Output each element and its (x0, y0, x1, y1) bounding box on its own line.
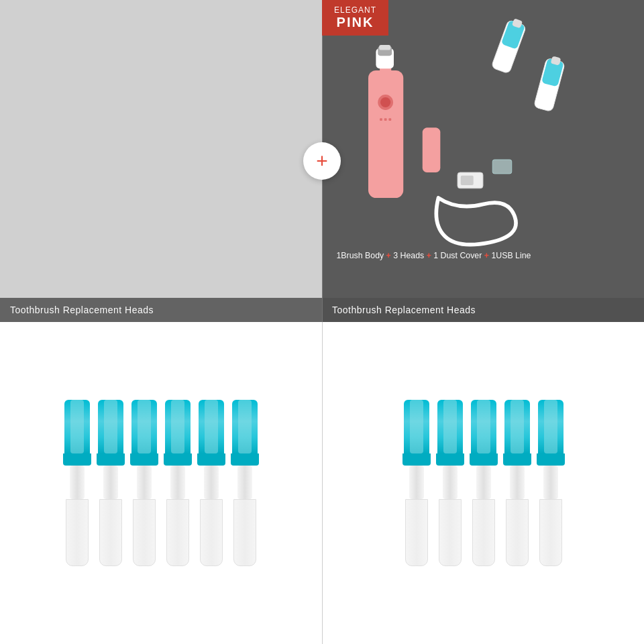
brush-body-lower (506, 499, 529, 566)
list-item (164, 400, 192, 566)
elegant-pink-badge: ELEGANT PINK (322, 0, 388, 36)
brush-neck (103, 466, 118, 499)
brush-neck (170, 466, 185, 499)
brush-neck (443, 466, 458, 499)
brush-neck (409, 466, 424, 499)
top-right-panel: ELEGANT PINK (322, 0, 644, 322)
top-left-panel (0, 0, 322, 322)
bristle-area (471, 400, 496, 453)
bristle-area (64, 400, 90, 453)
brush-neck (70, 466, 85, 499)
brush-neck (476, 466, 491, 499)
bottom-right-heads (322, 322, 644, 644)
svg-rect-4 (384, 118, 387, 121)
svg-rect-5 (388, 118, 391, 121)
list-item (436, 400, 464, 566)
brush-body-lower (233, 499, 256, 566)
bristle-area (165, 400, 191, 453)
bristle-area (98, 400, 123, 453)
bristle-area (437, 400, 463, 453)
list-item (503, 400, 531, 566)
bristle-cap (537, 453, 565, 466)
bristle-cap (503, 453, 531, 466)
list-item (97, 400, 125, 566)
list-item (197, 400, 225, 566)
bristle-cap (130, 453, 158, 466)
brush-neck (510, 466, 525, 499)
bristle-cap (97, 453, 125, 466)
bristle-area (131, 400, 157, 453)
brush-neck (237, 466, 252, 499)
svg-rect-17 (424, 128, 439, 150)
right-heads-row (389, 386, 578, 580)
svg-rect-0 (368, 70, 403, 198)
plus-circle: + (303, 142, 341, 180)
brush-body-lower (133, 499, 156, 566)
bristle-cap (470, 453, 498, 466)
top-section: ELEGANT PINK (0, 0, 644, 322)
brush-body-lower (439, 499, 462, 566)
brush-body-lower (200, 499, 223, 566)
brush-body-lower (166, 499, 189, 566)
right-bottom-label: Toothbrush Replacement Heads (322, 298, 644, 322)
svg-rect-3 (380, 118, 382, 121)
vertical-divider (322, 322, 323, 644)
elegant-label: ELEGANT (334, 5, 376, 15)
brush-body-lower (66, 499, 89, 566)
bristle-cap (164, 453, 192, 466)
left-heads-row (50, 386, 272, 580)
brush-neck (204, 466, 219, 499)
bottom-left-heads (0, 322, 322, 644)
list-item (402, 400, 431, 566)
plus-icon: + (316, 151, 328, 171)
bristle-area (404, 400, 429, 453)
svg-rect-19 (461, 176, 474, 185)
brush-neck (543, 466, 558, 499)
svg-rect-20 (492, 160, 512, 174)
list-item (231, 400, 259, 566)
brush-body-lower (405, 499, 428, 566)
svg-text:1Brush Body 
            + 
  : 1Brush Body + 3 Heads + 1 Dust Cover + 1… (337, 251, 531, 260)
bristle-area (199, 400, 224, 453)
brush-body-lower (99, 499, 122, 566)
svg-point-2 (380, 97, 390, 107)
list-item (63, 400, 91, 566)
brush-body-lower (472, 499, 495, 566)
main-container: ELEGANT PINK (0, 0, 644, 644)
bristle-cap (63, 453, 91, 466)
list-item (470, 400, 498, 566)
bristle-area (232, 400, 258, 453)
bristle-area (538, 400, 564, 453)
bristle-cap (402, 453, 431, 466)
bristle-cap (231, 453, 259, 466)
brush-body-lower (539, 499, 562, 566)
bottom-section (0, 322, 644, 644)
bristle-area (504, 400, 530, 453)
bristle-cap (197, 453, 225, 466)
list-item (130, 400, 158, 566)
left-bottom-label: Toothbrush Replacement Heads (0, 298, 322, 322)
bristle-cap (436, 453, 464, 466)
product-svg: 1Brush Body + 3 Heads + 1 Dust Cover + 1… (329, 7, 637, 262)
pink-label: PINK (334, 15, 376, 30)
svg-rect-9 (379, 45, 390, 50)
product-image-area: 1Brush Body + 3 Heads + 1 Dust Cover + 1… (329, 7, 637, 262)
brush-neck (137, 466, 152, 499)
list-item (537, 400, 565, 566)
